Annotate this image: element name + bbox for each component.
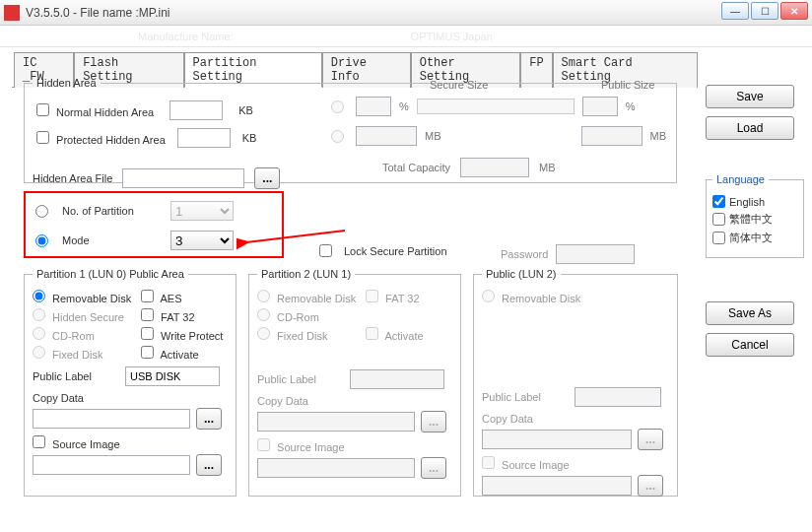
ghost-label-b: OPTIMUS Japan [411,31,493,42]
secure-mb-input [356,126,417,146]
p2-fixed-radio: Fixed Disk [257,327,364,342]
hidden-file-label: Hidden Area File [33,172,112,184]
side-panel: Save Load Language English 繁體中文 简体中文 Sav… [706,47,812,532]
save-as-button[interactable]: Save As [706,301,794,325]
partition-1-legend: Partition 1 (LUN 0) Public Area [33,268,188,280]
kb-label: KB [238,104,253,116]
partition-2-legend: Partition 2 (LUN 1) [257,268,355,280]
mode-select[interactable]: 3 [170,231,234,250]
partition-2-group: Partition 2 (LUN 1) Removable Disk FAT 3… [248,268,461,497]
p2-copydata-browse: ... [421,411,446,432]
window-title: V3.5.5.0 - File name :MP.ini [26,6,170,20]
no-of-partition-select: 1 [170,201,234,221]
p1-aes-checkbox[interactable]: AES [141,290,228,304]
protected-hidden-checkbox[interactable]: Protected Hidden Area [36,131,166,146]
p1-public-label: Public Label [33,370,117,382]
p3-copydata-input [482,430,632,449]
mode-label: Mode [62,234,161,246]
ghost-label-a: Manufacture Name: [138,31,234,42]
pct-label: % [399,100,409,112]
size-mb-radio [331,130,344,143]
p3-source-checkbox: Source Image [482,456,570,471]
public-pct-input [582,97,618,116]
size-pct-radio [331,100,344,113]
mb-label-2: MB [650,130,667,142]
window-buttons [721,2,808,20]
p2-fat32-checkbox: FAT 32 [366,290,452,304]
language-group: Language English 繁體中文 简体中文 [706,173,804,258]
password-label: Password [501,248,548,260]
protected-hidden-size-input[interactable] [177,128,231,148]
p3-removable-radio: Removable Disk [482,290,588,304]
close-button[interactable] [780,2,808,20]
hidden-file-browse-button[interactable]: ... [254,167,280,189]
app-icon [4,5,20,21]
secure-pct-input [356,97,391,116]
p3-public-label-input [575,387,661,407]
mode-radio[interactable] [35,234,48,247]
mb-label: MB [425,130,441,142]
ghost-bar: Manufacture Name: OPTIMUS Japan [0,26,812,47]
p1-fat32-checkbox[interactable]: FAT 32 [141,308,228,323]
size-slider [417,99,575,114]
lock-secure-checkbox[interactable] [319,244,332,257]
p1-source-checkbox[interactable]: Source Image [33,435,120,450]
p1-activate-checkbox[interactable]: Activate [141,346,228,361]
p2-removable-radio: Removable Disk [257,290,364,304]
public-lun2-legend: Public (LUN 2) [482,268,561,280]
kb-label-2: KB [242,132,257,144]
no-of-partition-radio[interactable] [35,205,48,218]
p2-activate-checkbox: Activate [366,327,452,342]
p2-public-label-input [350,369,444,389]
no-of-partition-label: No. of Partition [62,205,161,217]
p1-copydata-input[interactable] [33,409,190,429]
p1-copydata-browse[interactable]: ... [196,408,222,430]
p1-public-label-input[interactable] [125,366,220,386]
partition-1-group: Partition 1 (LUN 0) Public Area Removabl… [24,268,237,497]
lang-sc-checkbox[interactable]: 简体中文 [712,231,797,245]
titlebar: V3.5.5.0 - File name :MP.ini [0,0,812,26]
total-capacity-input [460,158,529,177]
p1-hidden-radio: Hidden Secure [33,308,139,323]
p1-cdrom-radio: CD-Rom [33,327,139,342]
hidden-file-input[interactable] [122,168,244,188]
p2-public-label: Public Label [257,373,342,385]
p2-cdrom-radio: CD-Rom [257,308,364,323]
p1-fixed-radio: Fixed Disk [33,346,139,361]
load-button[interactable]: Load [706,116,794,140]
sizes-area: Secure Size Public Size % % MB MB Total … [331,79,676,177]
p2-copydata-label: Copy Data [257,395,308,407]
public-lun2-group: Public (LUN 2) Removable Disk Public Lab… [473,268,678,497]
p1-source-input[interactable] [33,455,190,475]
language-legend: Language [712,173,769,185]
lang-english-checkbox[interactable]: English [712,195,797,208]
p3-source-input [482,476,632,496]
cancel-button[interactable]: Cancel [706,333,794,357]
p2-source-checkbox: Source Image [257,438,345,453]
p3-public-label: Public Label [482,391,567,403]
p1-writeprotect-checkbox[interactable]: Write Protect [141,327,228,342]
p3-source-browse: ... [638,475,663,497]
p1-source-browse[interactable]: ... [196,454,222,476]
lock-secure-label: Lock Secure Partition [344,245,447,257]
public-mb-input [581,126,643,146]
p3-copydata-browse: ... [638,429,663,450]
pct-label-2: % [626,100,636,112]
p2-copydata-input [257,412,415,432]
public-size-label: Public Size [601,79,654,91]
secure-size-label: Secure Size [430,79,488,91]
total-capacity-label: Total Capacity [382,162,450,173]
minimize-button[interactable] [721,2,749,20]
p3-copydata-label: Copy Data [482,413,533,425]
maximize-button[interactable] [751,2,778,20]
hidden-area-legend: Hidden Area [33,77,101,89]
p1-copydata-label: Copy Data [33,392,84,404]
password-input [556,244,635,264]
normal-hidden-size-input[interactable] [169,100,223,120]
p1-removable-radio[interactable]: Removable Disk [33,290,139,304]
mb-label-3: MB [539,162,556,173]
lang-tc-checkbox[interactable]: 繁體中文 [712,212,797,227]
normal-hidden-checkbox[interactable]: Normal Hidden Area [36,103,154,118]
save-button[interactable]: Save [706,85,794,108]
p2-source-browse: ... [421,457,446,479]
